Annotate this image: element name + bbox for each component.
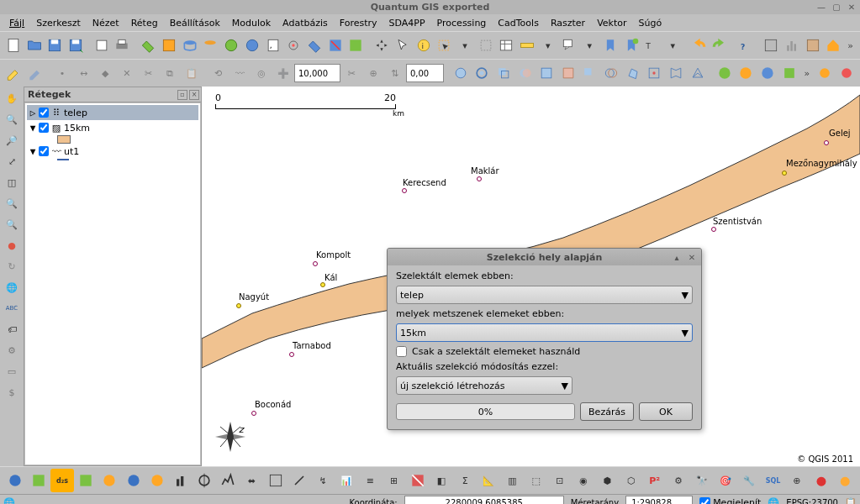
add-wfs-layer-icon[interactable] (242, 34, 262, 57)
histogram-icon[interactable] (782, 34, 802, 57)
menu-cadtools[interactable]: CadTools (492, 16, 545, 30)
collapse-icon[interactable]: ▼ (29, 123, 37, 134)
b-icon-28[interactable]: P² (643, 469, 666, 492)
b-icon-26[interactable]: ⬢ (596, 469, 619, 492)
b-icon-31[interactable]: 🎯 (715, 469, 737, 492)
b-icon-23[interactable]: ⬚ (525, 469, 547, 492)
print-icon[interactable] (113, 34, 133, 57)
undo-icon[interactable] (689, 34, 709, 57)
node-tool-icon[interactable]: ◆ (95, 61, 116, 85)
gear-orange-icon[interactable] (815, 61, 836, 85)
difference-icon[interactable] (579, 61, 600, 85)
b-icon-18[interactable] (406, 469, 429, 492)
dialog-close-button[interactable]: Bezárás (580, 402, 634, 421)
log-icon[interactable]: 📋 (845, 497, 857, 505)
b-icon-10[interactable] (217, 469, 240, 492)
add-raster-layer-icon[interactable] (159, 34, 179, 57)
add-feature-icon[interactable]: • (52, 61, 73, 85)
offset-icon[interactable]: ⇅ (384, 61, 405, 85)
render-checkbox[interactable] (699, 497, 710, 505)
b-icon-30[interactable]: 🔭 (690, 469, 713, 492)
zoom-full-icon[interactable]: ⤢ (2, 151, 22, 171)
label-tool-2-icon[interactable]: 🏷 (2, 319, 22, 339)
plugin-3-icon[interactable] (757, 61, 778, 85)
toolbar-overflow-2-icon[interactable]: » (800, 61, 814, 85)
help-icon[interactable]: ? (736, 34, 756, 57)
menu-sda4pp[interactable]: SDA4PP (383, 16, 431, 30)
new-document-icon[interactable] (3, 34, 24, 57)
move-feature-icon[interactable]: ↔ (73, 61, 94, 85)
label-abc-icon[interactable]: ABC (2, 298, 22, 318)
redo-icon[interactable] (710, 34, 730, 57)
distance-input-1[interactable] (294, 64, 340, 82)
globe-icon[interactable]: 🌐 (2, 277, 22, 297)
voronoi-icon[interactable] (666, 61, 687, 85)
zoom-next-icon[interactable]: ● (2, 235, 22, 255)
b-icon-9[interactable] (193, 469, 216, 492)
vector-analysis-icon[interactable] (450, 61, 471, 85)
grass-tools-icon[interactable]: ⚙ (2, 340, 22, 360)
menu-edit[interactable]: Szerkeszt (30, 16, 87, 30)
menu-file[interactable]: Fájl (3, 16, 30, 30)
save-as-icon[interactable] (66, 34, 86, 57)
b-icon-4[interactable] (75, 469, 98, 492)
grass-region-icon[interactable]: ▭ (2, 361, 22, 381)
measure-dropdown-icon[interactable]: ▾ (538, 34, 558, 57)
add-wms-layer-icon[interactable] (221, 34, 241, 57)
dialog-shade-icon[interactable]: ▴ (671, 251, 683, 263)
layer-checkbox[interactable] (39, 146, 49, 156)
union-icon[interactable] (536, 61, 557, 85)
zoom-layer-icon[interactable]: 🔍 (2, 193, 22, 213)
zoom-last-icon[interactable]: 🔍 (2, 214, 22, 234)
layer-tree[interactable]: ▷ ⠿ telep ▼ ▨ 15km ▼ 〰 ut1 (25, 103, 200, 465)
layer-row-telep[interactable]: ▷ ⠿ telep (27, 105, 198, 120)
menu-settings[interactable]: Beállítások (164, 16, 226, 30)
delete-feature-icon[interactable]: ✕ (117, 61, 138, 85)
bookmark-new-icon[interactable] (621, 34, 641, 57)
copy-features-icon[interactable]: ⧉ (160, 61, 181, 85)
layer-row-15km[interactable]: ▼ ▨ 15km (27, 120, 198, 135)
add-csv-layer-icon[interactable]: , (263, 34, 283, 57)
plugin-4-icon[interactable] (778, 61, 799, 85)
centroids-icon[interactable] (644, 61, 665, 85)
deselect-icon[interactable] (476, 34, 496, 57)
save-edits-icon[interactable] (25, 61, 46, 85)
merge-icon[interactable]: ⊕ (363, 61, 384, 85)
b-icon-15[interactable]: 📊 (335, 469, 358, 492)
dialog-ok-button[interactable]: OK (639, 402, 693, 421)
distance-input-2[interactable] (406, 64, 444, 82)
b-icon-25[interactable]: ◉ (572, 469, 595, 492)
convex-hull-icon[interactable] (622, 61, 643, 85)
b-icon-27[interactable]: ⬡ (620, 469, 642, 492)
zoom-in-icon[interactable]: 🔍 (2, 109, 22, 129)
b-icon-22[interactable]: ▥ (501, 469, 524, 492)
add-vector-layer-icon[interactable] (138, 34, 158, 57)
menu-raster[interactable]: Raszter (545, 16, 591, 30)
b-icon-19[interactable]: ◧ (430, 469, 452, 492)
menu-view[interactable]: Nézet (87, 16, 125, 30)
b-icon-8[interactable] (169, 469, 192, 492)
annotation-dropdown-icon[interactable]: ▾ (579, 34, 599, 57)
b-icon-3[interactable]: d₂s (50, 469, 73, 492)
buffer-icon[interactable] (472, 61, 493, 85)
toolbar-overflow-icon[interactable]: » (844, 34, 857, 57)
menu-database[interactable]: Adatbázis (277, 16, 334, 30)
b-icon-16[interactable]: ≡ (359, 469, 382, 492)
symdifference-icon[interactable] (601, 61, 622, 85)
maximize-icon[interactable]: ▢ (831, 3, 842, 13)
panel-undock-icon[interactable]: ▫ (177, 90, 187, 100)
b-icon-2[interactable] (27, 469, 50, 492)
select-feature-icon[interactable] (434, 34, 454, 57)
close-icon[interactable]: ✕ (847, 3, 857, 13)
b-icon-13[interactable] (288, 469, 310, 492)
refresh-icon[interactable]: ↻ (2, 256, 22, 276)
menu-plugins[interactable]: Modulok (226, 16, 277, 30)
b-icon-1[interactable] (3, 469, 26, 492)
remove-layer-icon[interactable] (325, 34, 346, 57)
paste-features-icon[interactable]: 📋 (181, 61, 202, 85)
b-icon-34[interactable]: ⊕ (785, 469, 808, 492)
b-icon-warn[interactable]: ⬤ (810, 469, 832, 492)
layer-row-ut1[interactable]: ▼ 〰 ut1 (27, 144, 198, 159)
crs-icon[interactable]: 🌐 (768, 497, 779, 505)
zoom-out-icon[interactable]: 🔎 (2, 130, 22, 150)
